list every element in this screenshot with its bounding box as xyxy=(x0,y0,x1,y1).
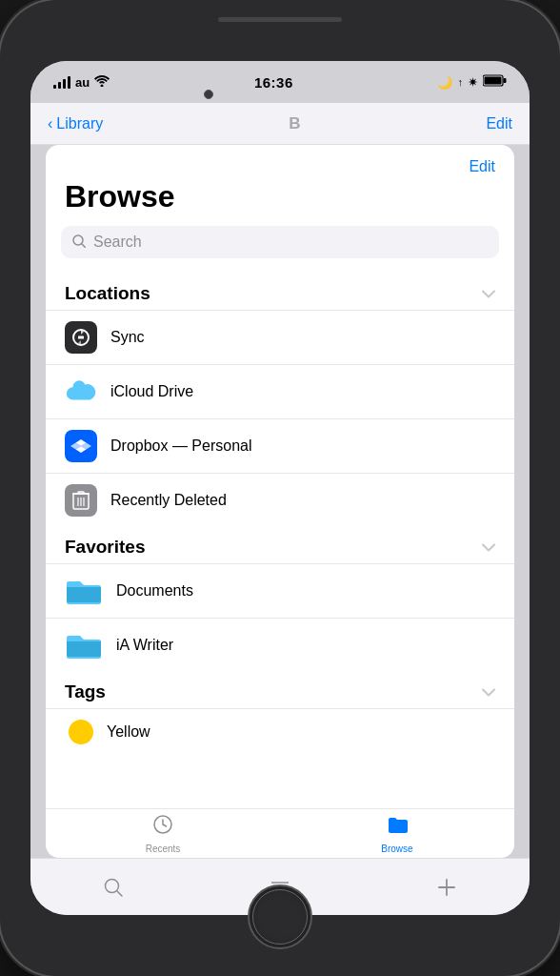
screen: au 16:36 🌙 ↑ ✴ xyxy=(30,61,530,915)
section-favorites-header: Favorites xyxy=(46,527,514,563)
svg-rect-2 xyxy=(503,78,506,83)
back-button[interactable]: ‹ Library xyxy=(48,115,103,132)
folder-icon xyxy=(65,575,103,607)
item-label: Recently Deleted xyxy=(110,492,227,509)
phone-frame: au 16:36 🌙 ↑ ✴ xyxy=(0,0,560,976)
search-placeholder: Search xyxy=(93,234,142,251)
tab-recents-label: Recents xyxy=(146,844,181,854)
section-favorites-title: Favorites xyxy=(65,537,145,558)
home-button[interactable] xyxy=(248,884,312,949)
list-item[interactable]: Dropbox — Personal xyxy=(46,418,514,473)
nav-title: B xyxy=(289,114,300,133)
item-label: Sync xyxy=(110,329,145,346)
camera xyxy=(204,90,213,99)
status-time: 16:36 xyxy=(254,74,293,91)
nav-bar-bg: ‹ Library B Edit xyxy=(30,103,530,145)
list-item[interactable]: Documents xyxy=(46,563,514,618)
modal-tab-bar: Recents Browse xyxy=(46,808,514,858)
modal-edit-button[interactable]: Edit xyxy=(469,158,495,175)
status-bar: au 16:36 🌙 ↑ ✴ xyxy=(30,61,530,103)
sync-icon xyxy=(65,321,97,354)
list-item[interactable]: iCloud Drive xyxy=(46,364,514,418)
svg-point-0 xyxy=(101,85,104,88)
svg-line-5 xyxy=(82,244,86,248)
tags-chevron-icon[interactable] xyxy=(482,683,495,701)
folder-icon xyxy=(65,629,103,661)
modal-sheet: Edit Browse Search Locations xyxy=(46,145,514,858)
list-item[interactable]: iA Writer xyxy=(46,618,514,672)
icloud-icon xyxy=(65,376,97,408)
item-label: Documents xyxy=(116,582,193,600)
modal-header: Edit xyxy=(46,145,514,175)
svg-rect-3 xyxy=(484,77,501,85)
toolbar-add-button[interactable] xyxy=(436,877,457,898)
svg-line-15 xyxy=(117,891,122,896)
status-right: 🌙 ↑ ✴ xyxy=(437,74,507,90)
back-label: Library xyxy=(56,115,103,132)
list-item[interactable]: Yellow xyxy=(46,708,514,755)
tag-yellow-dot xyxy=(69,720,93,744)
search-bar[interactable]: Search xyxy=(61,226,499,258)
list-item[interactable]: Sync xyxy=(46,310,514,364)
item-label: iA Writer xyxy=(116,637,173,654)
back-chevron-icon: ‹ xyxy=(48,115,52,132)
carrier-label: au xyxy=(75,75,90,90)
nav-edit-button[interactable]: Edit xyxy=(486,115,512,132)
signal-icon xyxy=(53,76,70,89)
section-tags-title: Tags xyxy=(65,681,106,702)
item-label: Dropbox — Personal xyxy=(110,437,252,455)
browse-icon xyxy=(386,813,409,842)
item-label: iCloud Drive xyxy=(110,383,193,400)
moon-icon: 🌙 xyxy=(437,75,452,90)
battery-icon xyxy=(483,74,507,90)
tab-browse-label: Browse xyxy=(381,844,412,854)
section-locations-title: Locations xyxy=(65,283,150,304)
item-label: Yellow xyxy=(107,723,150,741)
locations-chevron-icon[interactable] xyxy=(482,285,495,302)
section-locations-header: Locations xyxy=(46,274,514,310)
dropbox-icon xyxy=(65,430,97,462)
location-icon: ↑ xyxy=(457,76,463,88)
tab-recents[interactable]: Recents xyxy=(46,809,280,858)
recents-icon xyxy=(151,813,174,842)
bluetooth-icon: ✴ xyxy=(468,75,478,90)
modal-content: Locations xyxy=(46,274,514,808)
toolbar-search-button[interactable] xyxy=(103,877,124,898)
svg-point-14 xyxy=(106,879,119,892)
tab-browse[interactable]: Browse xyxy=(280,809,514,858)
status-left: au xyxy=(53,74,110,90)
trash-icon xyxy=(65,484,97,517)
list-item[interactable]: Recently Deleted xyxy=(46,473,514,527)
wifi-icon xyxy=(94,74,110,90)
svg-rect-7 xyxy=(78,336,84,339)
section-tags-header: Tags xyxy=(46,672,514,708)
favorites-chevron-icon[interactable] xyxy=(482,539,495,556)
modal-title: Browse xyxy=(46,175,514,226)
search-icon xyxy=(72,234,86,251)
